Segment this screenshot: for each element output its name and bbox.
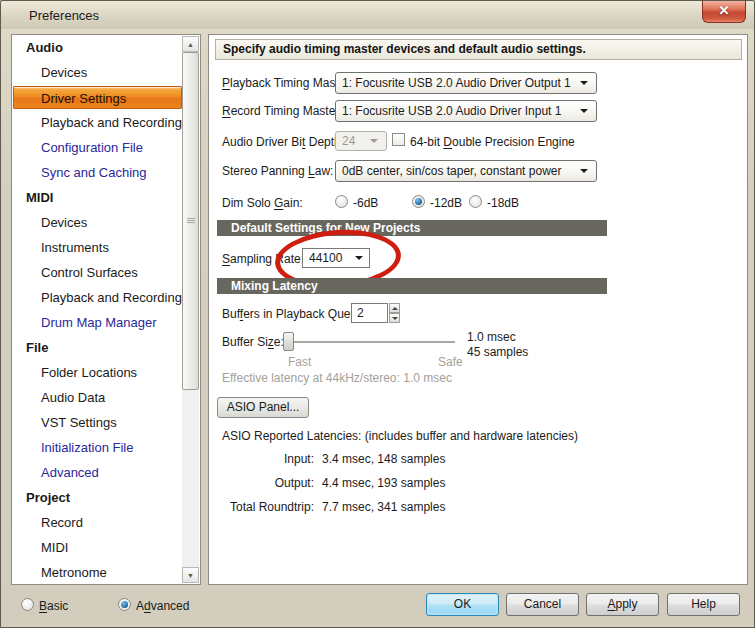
sidebar-item-instruments[interactable]: Instruments bbox=[14, 236, 180, 259]
close-button[interactable]: ✕ bbox=[702, 1, 746, 23]
sidebar-item-initialization-file[interactable]: Initialization File bbox=[14, 436, 180, 459]
category-sidebar: Audio Devices Driver Settings Playback a… bbox=[11, 34, 201, 585]
chevron-down-icon bbox=[355, 256, 363, 260]
record-timing-master-value: 1: Focusrite USB 2.0 Audio Driver Input … bbox=[342, 104, 561, 118]
close-icon: ✕ bbox=[719, 3, 730, 18]
playback-timing-master-value: 1: Focusrite USB 2.0 Audio Driver Output… bbox=[342, 76, 571, 90]
sidebar-item-metronome[interactable]: Metronome bbox=[14, 561, 180, 584]
advanced-mode-label: Advanced bbox=[136, 599, 189, 613]
sidebar-item-playback-and-recording[interactable]: Playback and Recording bbox=[14, 111, 180, 134]
panning-law-select[interactable]: 0dB center, sin/cos taper, constant powe… bbox=[335, 160, 597, 182]
playback-timing-master-label: Playback Timing Master: bbox=[222, 76, 353, 90]
panning-law-label: Stereo Panning Law: bbox=[222, 164, 333, 178]
dim-solo-18db-radio[interactable] bbox=[469, 195, 482, 208]
bit-depth-select: 24 bbox=[335, 131, 387, 151]
dim-solo-6db-label: -6dB bbox=[353, 196, 378, 210]
sampling-rate-label: Sampling Rate: bbox=[222, 252, 304, 266]
sidebar-item-project[interactable]: Project bbox=[14, 486, 180, 509]
basic-mode-radio[interactable] bbox=[21, 598, 34, 611]
buffer-size-slider-track[interactable] bbox=[285, 341, 455, 343]
output-latency-label: Output: bbox=[219, 476, 314, 490]
asio-reported-latencies-text: ASIO Reported Latencies: (includes buffe… bbox=[222, 429, 578, 443]
buffers-queue-label: Buffers in Playback Queue: bbox=[222, 307, 367, 321]
chevron-down-icon bbox=[580, 81, 588, 85]
ok-button[interactable]: OK bbox=[426, 593, 499, 616]
section-default-settings: Default Settings for New Projects bbox=[217, 220, 607, 236]
scrollbar-thumb[interactable] bbox=[182, 52, 199, 390]
slider-safe-label: Safe bbox=[438, 355, 463, 369]
sidebar-item-audio[interactable]: Audio bbox=[14, 36, 180, 59]
buffer-size-msec: 1.0 msec bbox=[467, 330, 516, 344]
scrollbar-grip-icon bbox=[187, 218, 195, 224]
sidebar-item-configuration-file[interactable]: Configuration File bbox=[14, 136, 180, 159]
dim-solo-gain-label: Dim Solo Gain: bbox=[222, 196, 303, 210]
advanced-mode-radio[interactable] bbox=[118, 598, 131, 611]
sidebar-item-vst-settings[interactable]: VST Settings bbox=[14, 411, 180, 434]
chevron-down-icon bbox=[580, 109, 588, 113]
record-timing-master-select[interactable]: 1: Focusrite USB 2.0 Audio Driver Input … bbox=[335, 100, 597, 122]
total-roundtrip-value: 7.7 msec, 341 samples bbox=[322, 500, 445, 514]
sidebar-item-project-midi[interactable]: MIDI bbox=[14, 536, 180, 559]
cancel-button[interactable]: Cancel bbox=[506, 593, 579, 616]
buffer-size-samples: 45 samples bbox=[467, 345, 528, 359]
scroll-up-icon[interactable]: ▲ bbox=[182, 36, 199, 52]
chevron-down-icon bbox=[370, 139, 378, 143]
scroll-down-icon[interactable]: ▼ bbox=[182, 567, 199, 583]
dim-solo-6db-radio[interactable] bbox=[335, 195, 348, 208]
total-roundtrip-label: Total Roundtrip: bbox=[219, 500, 314, 514]
sidebar-item-midi-playback-recording[interactable]: Playback and Recording bbox=[14, 286, 180, 309]
sidebar-item-sync-and-caching[interactable]: Sync and Caching bbox=[14, 161, 180, 184]
input-latency-value: 3.4 msec, 148 samples bbox=[322, 452, 445, 466]
sidebar-item-advanced[interactable]: Advanced bbox=[14, 461, 180, 484]
output-latency-value: 4.4 msec, 193 samples bbox=[322, 476, 445, 490]
buffer-size-label: Buffer Size: bbox=[222, 335, 284, 349]
dim-solo-18db-label: -18dB bbox=[487, 196, 519, 210]
spinner-down-icon[interactable] bbox=[389, 313, 400, 323]
preferences-dialog: Preferences ✕ Audio Devices Driver Setti… bbox=[0, 0, 755, 628]
window-title: Preferences bbox=[29, 8, 99, 23]
sidebar-scrollbar[interactable]: ▲ ▼ bbox=[182, 36, 199, 583]
sidebar-item-record[interactable]: Record bbox=[14, 511, 180, 534]
bit-depth-label: Audio Driver Bit Depth: bbox=[222, 135, 344, 149]
section-mixing-latency: Mixing Latency bbox=[217, 278, 607, 294]
effective-latency-text: Effective latency at 44kHz/stereo: 1.0 m… bbox=[222, 371, 452, 385]
help-button[interactable]: Help bbox=[667, 593, 740, 616]
bit-depth-value: 24 bbox=[342, 134, 355, 148]
sidebar-item-audio-data[interactable]: Audio Data bbox=[14, 386, 180, 409]
driver-settings-panel: Specify audio timing master devices and … bbox=[208, 34, 748, 585]
apply-button[interactable]: Apply bbox=[586, 593, 659, 616]
asio-panel-button[interactable]: ASIO Panel... bbox=[217, 397, 309, 418]
spinner-up-icon[interactable] bbox=[389, 303, 400, 313]
dim-solo-12db-label: -12dB bbox=[430, 196, 462, 210]
panel-description: Specify audio timing master devices and … bbox=[215, 39, 742, 60]
dim-solo-12db-radio[interactable] bbox=[412, 195, 425, 208]
titlebar[interactable]: Preferences bbox=[1, 1, 754, 29]
buffer-size-slider-thumb[interactable] bbox=[283, 332, 294, 351]
sidebar-item-drum-map-manager[interactable]: Drum Map Manager bbox=[14, 311, 180, 334]
sidebar-item-audio-devices[interactable]: Devices bbox=[14, 61, 180, 84]
buffers-queue-input[interactable]: 2 bbox=[351, 303, 388, 323]
sidebar-item-file[interactable]: File bbox=[14, 336, 180, 359]
sidebar-item-control-surfaces[interactable]: Control Surfaces bbox=[14, 261, 180, 284]
sampling-rate-value: 44100 bbox=[309, 251, 342, 265]
playback-timing-master-select[interactable]: 1: Focusrite USB 2.0 Audio Driver Output… bbox=[335, 72, 597, 94]
sidebar-item-midi-devices[interactable]: Devices bbox=[14, 211, 180, 234]
sampling-rate-select[interactable]: 44100 bbox=[302, 248, 370, 268]
record-timing-master-label: Record Timing Master: bbox=[222, 104, 343, 118]
chevron-down-icon bbox=[580, 169, 588, 173]
precision-engine-label: 64-bit Double Precision Engine bbox=[410, 135, 575, 149]
basic-mode-label: Basic bbox=[39, 599, 68, 613]
slider-fast-label: Fast bbox=[288, 355, 311, 369]
precision-engine-checkbox[interactable] bbox=[392, 133, 405, 146]
sidebar-item-folder-locations[interactable]: Folder Locations bbox=[14, 361, 180, 384]
sidebar-item-midi[interactable]: MIDI bbox=[14, 186, 180, 209]
panning-law-value: 0dB center, sin/cos taper, constant powe… bbox=[342, 164, 561, 178]
input-latency-label: Input: bbox=[219, 452, 314, 466]
sidebar-item-driver-settings[interactable]: Driver Settings bbox=[13, 86, 182, 109]
